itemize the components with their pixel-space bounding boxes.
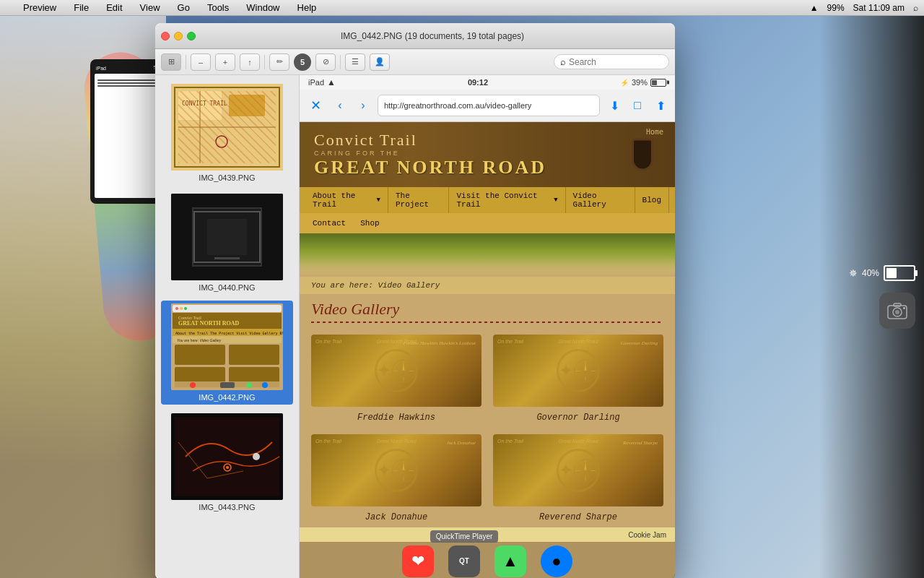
video-grid: Freddie Hawkins Hawkin's Lookout On the … — [300, 323, 675, 527]
on-trail-label-4: On the Trail — [497, 439, 523, 444]
video-card-governor-darling[interactable]: Governor Darling On the Trail Great Nort… — [493, 335, 663, 423]
menubar-right: ▲ 99% Sat 11:09 am ⌕ — [810, 3, 918, 13]
thumbnail-item-0442[interactable]: Convict Trail GREAT NORTH ROAD About the… — [161, 301, 293, 405]
ios-close-tab-button[interactable]: ✕ — [305, 95, 326, 116]
dock-green-wrapper: ▲ — [494, 545, 526, 577]
share-button[interactable]: ↑ — [240, 53, 260, 71]
nav-the-project[interactable]: The Project — [388, 187, 450, 213]
ios-dock: ❤ QuickTime Player QT ▲ ● — [300, 542, 675, 578]
svg-rect-34 — [175, 417, 279, 496]
video-card-freddie-hawkins[interactable]: Freddie Hawkins Hawkin's Lookout On the … — [311, 335, 481, 423]
ipad-left-carrier: iPad — [96, 66, 106, 71]
compass-icon-3 — [375, 449, 418, 492]
compass-icon-4 — [557, 449, 600, 492]
ios-nav-bar: ✕ ‹ › http://greatnorthroad.com.au/video… — [300, 90, 675, 121]
thumbnail-img-0440 — [171, 194, 283, 280]
great-north-road-label-4: Great North Road — [558, 439, 598, 444]
video-name-reverend-sharpe: Reverend Sharpe — [539, 512, 617, 522]
page-title: Video Gallery — [300, 294, 675, 322]
dock-blue-icon[interactable]: ● — [541, 545, 572, 577]
right-ipad-status: ✵ 40% — [849, 265, 915, 281]
svg-rect-8 — [171, 194, 283, 280]
menu-edit[interactable]: Edit — [103, 2, 125, 13]
website-nav: About the Trail ▼ The Project Visit the … — [300, 187, 675, 213]
ios-share-button[interactable]: ⬆ — [652, 97, 669, 114]
ios-statusbar: iPad ▲ 09:12 ⚡ 39% — [300, 75, 675, 90]
svg-rect-30 — [220, 382, 235, 388]
zoom-in-button[interactable]: + — [215, 53, 235, 71]
website-logo: Convict Trail CARING FOR THE GREAT NORTH… — [314, 131, 546, 178]
video-card-reverend-sharpe[interactable]: Reverend Sharpe On the Trail Great North… — [493, 434, 663, 522]
url-text: http://greatnorthroad.com.au/video-galle… — [384, 101, 531, 110]
ipad-screen: iPad ▲ 09:12 ⚡ 39% — [300, 75, 675, 578]
battery-indicator: 99% — [827, 3, 845, 13]
dock-heart-icon[interactable]: ❤ — [402, 545, 434, 577]
ios-bt-icon: ⚡ — [620, 79, 629, 87]
video-thumb-jack-donahue: Jack Donahue On the Trail Great North Ro… — [311, 434, 481, 506]
svg-rect-74 — [903, 307, 905, 309]
thumbnail-item-0443[interactable]: IMG_0443.PNG — [161, 410, 293, 514]
svg-rect-7 — [175, 87, 279, 167]
nav-about-trail[interactable]: About the Trail ▼ — [305, 187, 388, 213]
video-thumb-reverend-sharpe: Reverend Sharpe On the Trail Great North… — [493, 434, 663, 506]
camera-icon[interactable] — [879, 293, 915, 329]
nav-visit-convict-trail[interactable]: Visit the Convict Trail ▼ — [449, 187, 565, 213]
thumbnail-item-0439[interactable]: CONVICT TRAIL IMG_0439.PNG — [161, 81, 293, 185]
svg-rect-13 — [173, 305, 282, 312]
dock-quicktime-wrapper: QuickTime Player QT — [448, 545, 480, 577]
window-maximize-button[interactable] — [187, 32, 196, 40]
svg-text:About the Trail  The Project  : About the Trail The Project Visit Video … — [175, 331, 283, 336]
on-trail-label-2: On the Trail — [497, 339, 523, 344]
ios-browser-chrome: ✕ ‹ › http://greatnorthroad.com.au/video… — [300, 90, 675, 122]
right-battery-tip — [915, 270, 918, 276]
annotate-button[interactable]: ✏ — [269, 53, 289, 71]
website-logo-great-north-road: GREAT NORTH ROAD — [314, 157, 546, 178]
dock-green-icon[interactable]: ▲ — [494, 545, 526, 577]
menu-window[interactable]: Window — [243, 2, 282, 13]
menu-help[interactable]: Help — [295, 2, 320, 13]
subnav-shop[interactable]: Shop — [353, 213, 386, 233]
great-north-road-label-2: Great North Road — [558, 339, 598, 344]
ios-url-bar[interactable]: http://greatnorthroad.com.au/video-galle… — [378, 95, 600, 116]
window-close-button[interactable] — [161, 32, 170, 40]
right-battery-fill — [886, 268, 897, 278]
video-thumb-text-3: Jack Donahue — [447, 440, 476, 447]
search-input[interactable] — [569, 57, 663, 67]
video-name-jack-donahue: Jack Donahue — [365, 512, 427, 522]
svg-rect-11 — [214, 257, 240, 259]
toolbar-search[interactable]: ⌕ — [554, 54, 669, 69]
menu-tools[interactable]: Tools — [204, 2, 232, 13]
svg-point-29 — [190, 382, 196, 388]
video-card-jack-donahue[interactable]: Jack Donahue On the Trail Great North Ro… — [311, 434, 481, 522]
compass-icon-2 — [557, 349, 600, 392]
ios-forward-button[interactable]: › — [354, 97, 372, 114]
spotlight-icon[interactable]: ⌕ — [913, 3, 918, 13]
ios-bookmark-button[interactable]: □ — [629, 97, 646, 114]
ios-back-button[interactable]: ‹ — [331, 97, 349, 114]
video-thumb-freddie-hawkins: Freddie Hawkins Hawkin's Lookout On the … — [311, 335, 481, 407]
menu-view[interactable]: View — [137, 2, 163, 13]
svg-marker-60 — [402, 462, 404, 470]
sidebar-toggle-button[interactable]: ⊞ — [161, 53, 181, 71]
dock-quicktime-icon[interactable]: QT — [448, 545, 480, 577]
website-subnav: Contact Shop — [300, 213, 675, 233]
window-minimize-button[interactable] — [174, 32, 183, 40]
subnav-contact[interactable]: Contact — [305, 213, 353, 233]
svg-text:You are here: Video Gallery: You are here: Video Gallery — [177, 338, 222, 342]
menu-go[interactable]: Go — [175, 2, 193, 13]
menu-preview[interactable]: Preview — [20, 2, 59, 13]
nav-blog[interactable]: Blog — [635, 187, 669, 213]
edit-button[interactable]: ⊘ — [315, 53, 336, 71]
nav-video-gallery[interactable]: Video Gallery — [566, 187, 635, 213]
zoom-out-button[interactable]: – — [191, 53, 211, 71]
bluetooth-icon: ✵ — [849, 267, 858, 279]
website-home-link[interactable]: Home — [646, 128, 663, 136]
contact-button[interactable]: 👤 — [370, 53, 390, 71]
ios-download-button[interactable]: ⬇ — [606, 97, 623, 114]
svg-rect-25 — [229, 345, 279, 365]
clock: Sat 11:09 am — [853, 3, 905, 13]
thumbnail-item-0440[interactable]: IMG_0440.PNG — [161, 191, 293, 295]
video-thumb-text-4: Reverend Sharpe — [623, 440, 658, 447]
details-button[interactable]: ☰ — [345, 53, 365, 71]
menu-file[interactable]: File — [71, 2, 92, 13]
